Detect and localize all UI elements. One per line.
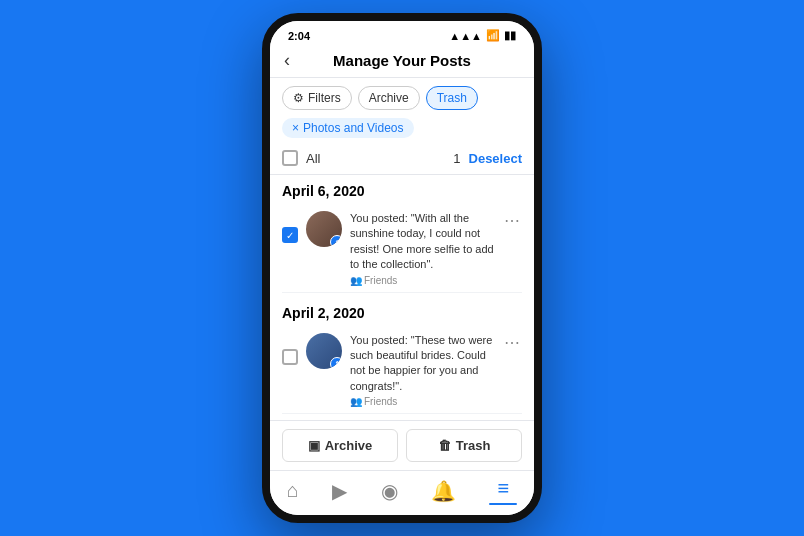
fb-badge: f bbox=[330, 235, 342, 247]
select-all-checkbox[interactable] bbox=[282, 150, 298, 166]
photos-videos-tag[interactable]: × Photos and Videos bbox=[282, 118, 414, 138]
post-content-1: You posted: "With all the sunshine today… bbox=[350, 211, 494, 286]
filters-button[interactable]: ⚙ Filters bbox=[282, 86, 352, 110]
selected-count: 1 bbox=[453, 151, 460, 166]
list-item: ✓ f You posted: "With all the sunshine t… bbox=[282, 205, 522, 293]
date-group-2: April 2, 2020 f You posted: "These two w… bbox=[270, 297, 534, 420]
trash-action-button[interactable]: 🗑 Trash bbox=[406, 429, 522, 462]
content-area: ⚙ Filters Archive Trash × Photos and Vid… bbox=[270, 78, 534, 470]
nav-profile[interactable]: ◉ bbox=[381, 479, 398, 503]
post-menu-button-2[interactable]: ⋯ bbox=[502, 333, 522, 352]
wifi-icon: 📶 bbox=[486, 29, 500, 42]
list-item: f You posted: "These two were such beaut… bbox=[282, 327, 522, 415]
date-label-2: April 2, 2020 bbox=[282, 305, 522, 321]
checkbox-checked[interactable]: ✓ bbox=[282, 227, 298, 243]
audience-label-1: Friends bbox=[364, 275, 397, 286]
status-icons: ▲▲▲ 📶 ▮▮ bbox=[449, 29, 516, 42]
post-text-2: You posted: "These two were such beautif… bbox=[350, 333, 494, 395]
avatar: f bbox=[306, 333, 342, 369]
posts-area: April 6, 2020 ✓ f You posted: "With all … bbox=[270, 175, 534, 420]
post-text-1: You posted: "With all the sunshine today… bbox=[350, 211, 494, 273]
bell-icon: 🔔 bbox=[431, 479, 456, 503]
archive-button[interactable]: Archive bbox=[358, 86, 420, 110]
select-row: All 1 Deselect bbox=[270, 146, 534, 175]
date-label-1: April 6, 2020 bbox=[282, 183, 522, 199]
tag-row: × Photos and Videos bbox=[270, 118, 534, 146]
bottom-actions: ▣ Archive 🗑 Trash bbox=[270, 420, 534, 470]
archive-action-icon: ▣ bbox=[308, 438, 320, 453]
filter-bar: ⚙ Filters Archive Trash bbox=[270, 78, 534, 118]
header: ‹ Manage Your Posts bbox=[270, 46, 534, 78]
post-menu-button-1[interactable]: ⋯ bbox=[502, 211, 522, 230]
friends-icon-2: 👥 bbox=[350, 396, 362, 407]
nav-video[interactable]: ▶ bbox=[332, 479, 347, 503]
filters-label: Filters bbox=[308, 91, 341, 105]
battery-icon: ▮▮ bbox=[504, 29, 516, 42]
nav-bell[interactable]: 🔔 bbox=[431, 479, 456, 503]
trash-action-icon: 🗑 bbox=[438, 438, 451, 453]
all-label: All bbox=[306, 151, 445, 166]
deselect-button[interactable]: Deselect bbox=[469, 151, 522, 166]
friends-icon: 👥 bbox=[350, 275, 362, 286]
fb-badge: f bbox=[330, 357, 342, 369]
nav-bar: ⌂ ▶ ◉ 🔔 ≡ bbox=[270, 470, 534, 516]
checkbox-unchecked-2[interactable] bbox=[282, 349, 298, 365]
back-button[interactable]: ‹ bbox=[284, 50, 290, 71]
profile-icon: ◉ bbox=[381, 479, 398, 503]
time: 2:04 bbox=[288, 30, 310, 42]
archive-label: Archive bbox=[369, 91, 409, 105]
tag-label: Photos and Videos bbox=[303, 121, 404, 135]
page-title: Manage Your Posts bbox=[333, 52, 471, 69]
home-icon: ⌂ bbox=[287, 479, 299, 502]
signal-icon: ▲▲▲ bbox=[449, 30, 482, 42]
post-audience-2: 👥 Friends bbox=[350, 396, 494, 407]
trash-button[interactable]: Trash bbox=[426, 86, 478, 110]
audience-label-2: Friends bbox=[364, 396, 397, 407]
archive-action-button[interactable]: ▣ Archive bbox=[282, 429, 398, 462]
post-checkbox-1[interactable]: ✓ bbox=[282, 227, 298, 243]
date-group-1: April 6, 2020 ✓ f You posted: "With all … bbox=[270, 175, 534, 297]
tag-close-icon[interactable]: × bbox=[292, 121, 299, 135]
nav-menu[interactable]: ≡ bbox=[489, 477, 517, 506]
post-checkbox-2[interactable] bbox=[282, 349, 298, 365]
post-content-2: You posted: "These two were such beautif… bbox=[350, 333, 494, 408]
menu-icon: ≡ bbox=[497, 477, 509, 500]
trash-action-label: Trash bbox=[456, 438, 491, 453]
trash-label: Trash bbox=[437, 91, 467, 105]
filter-icon: ⚙ bbox=[293, 91, 304, 105]
avatar: f bbox=[306, 211, 342, 247]
archive-action-label: Archive bbox=[325, 438, 373, 453]
post-audience-1: 👥 Friends bbox=[350, 275, 494, 286]
nav-home[interactable]: ⌂ bbox=[287, 479, 299, 502]
status-bar: 2:04 ▲▲▲ 📶 ▮▮ bbox=[270, 21, 534, 46]
video-icon: ▶ bbox=[332, 479, 347, 503]
active-indicator bbox=[489, 503, 517, 506]
